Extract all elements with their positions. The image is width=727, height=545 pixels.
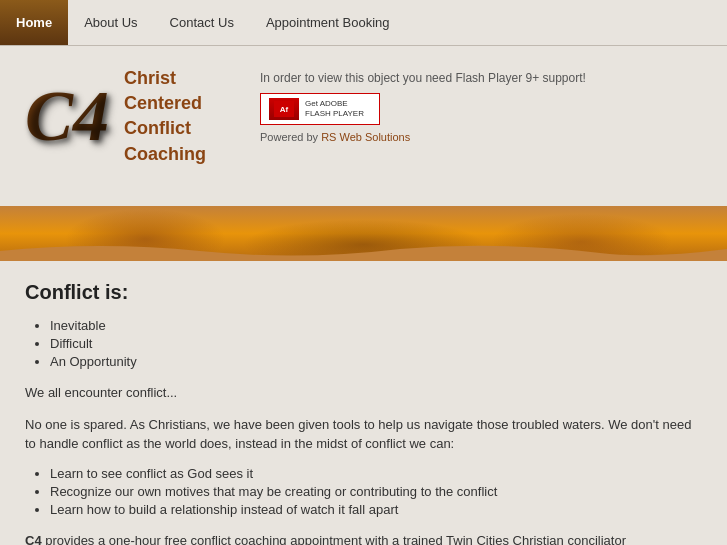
conflict-title: Conflict is: bbox=[25, 281, 702, 304]
flash-notice: In order to view this object you need Fl… bbox=[260, 71, 586, 85]
bullet-list-2: Learn to see conflict as God sees it Rec… bbox=[25, 466, 702, 517]
list-item: Difficult bbox=[50, 336, 702, 351]
list-item: Learn to see conflict as God sees it bbox=[50, 466, 702, 481]
brand-line4: Coaching bbox=[124, 142, 206, 167]
paragraph3-suffix: provides a one-hour free conflict coachi… bbox=[42, 533, 626, 546]
nav-home[interactable]: Home bbox=[0, 0, 68, 45]
nav-appointment[interactable]: Appointment Booking bbox=[250, 0, 406, 45]
list-item: Recognize our own motives that may be cr… bbox=[50, 484, 702, 499]
orange-banner-inner bbox=[0, 206, 727, 261]
list-item: An Opportunity bbox=[50, 354, 702, 369]
c4-bold-1: C4 bbox=[25, 533, 42, 546]
brand-text: Christ Centered Conflict Coaching bbox=[124, 66, 206, 167]
svg-text:Af: Af bbox=[280, 105, 289, 114]
paragraph2: No one is spared. As Christians, we have… bbox=[25, 415, 702, 454]
brand-line1: Christ bbox=[124, 66, 206, 91]
nav-contact[interactable]: Contact Us bbox=[154, 0, 250, 45]
flash-area: In order to view this object you need Fl… bbox=[260, 66, 586, 143]
paragraph1: We all encounter conflict... bbox=[25, 383, 702, 403]
paragraph3: C4 provides a one-hour free conflict coa… bbox=[25, 531, 702, 546]
rs-web-link[interactable]: RS Web Solutions bbox=[321, 131, 410, 143]
bullet-list-1: Inevitable Difficult An Opportunity bbox=[25, 318, 702, 369]
nav-about[interactable]: About Us bbox=[68, 0, 153, 45]
flash-badge[interactable]: Af Get ADOBE FLASH PLAYER bbox=[260, 93, 380, 125]
c4-logo: C4 bbox=[20, 75, 114, 157]
logo-area: C4 Christ Centered Conflict Coaching bbox=[20, 66, 240, 167]
brand-line3: Conflict bbox=[124, 116, 206, 141]
header-area: C4 Christ Centered Conflict Coaching In … bbox=[0, 46, 727, 206]
brand-line2: Centered bbox=[124, 91, 206, 116]
orange-banner bbox=[0, 206, 727, 261]
navigation: Home About Us Contact Us Appointment Boo… bbox=[0, 0, 727, 46]
main-content: Conflict is: Inevitable Difficult An Opp… bbox=[0, 261, 727, 545]
list-item: Inevitable bbox=[50, 318, 702, 333]
flash-badge-text: Get ADOBE FLASH PLAYER bbox=[305, 99, 364, 118]
list-item: Learn how to build a relationship instea… bbox=[50, 502, 702, 517]
powered-by: Powered by RS Web Solutions bbox=[260, 131, 586, 143]
flash-icon: Af bbox=[269, 98, 299, 120]
